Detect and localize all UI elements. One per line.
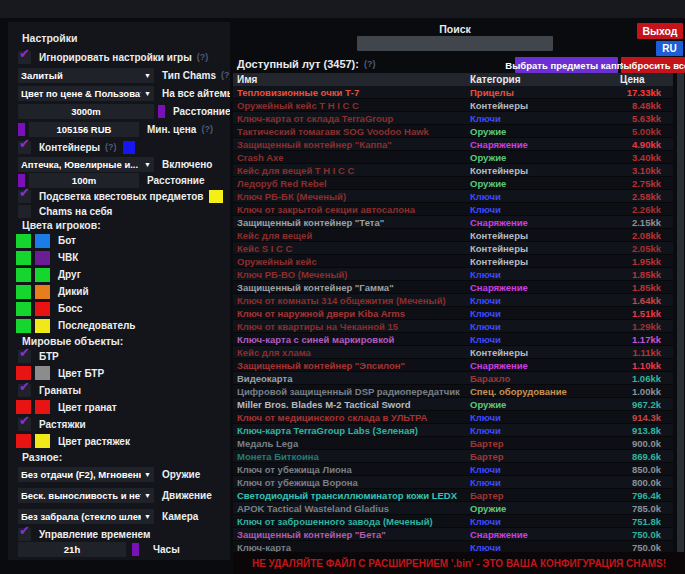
containers-distance-input[interactable]: 100m <box>29 173 139 188</box>
table-row[interactable]: Ключ от заброшенного завода (Меченый)Клю… <box>233 515 673 528</box>
table-row[interactable]: Ключ-карта с синей маркировкойКлючи1.17k… <box>233 333 673 346</box>
player-color-row: Бот <box>8 232 230 249</box>
column-header-name[interactable]: Имя <box>233 74 463 85</box>
language-button[interactable]: RU <box>656 41 683 56</box>
table-row[interactable]: Кейс для хламаКонтейнеры1.11kk <box>233 346 673 359</box>
item-name: Медаль Lega <box>233 438 463 449</box>
table-row[interactable]: Защищенный контейнер "Эпсилон"Снаряжение… <box>233 359 673 372</box>
quest-items-checkbox[interactable]: ✔ <box>18 190 31 203</box>
color-swatch[interactable] <box>35 234 50 248</box>
table-row[interactable]: Miller Bros. Blades M-2 Tactical SwordОр… <box>233 398 673 411</box>
containers-checkbox[interactable]: ✔ <box>18 141 31 154</box>
search-input[interactable] <box>357 36 553 51</box>
color-swatch[interactable] <box>35 251 50 265</box>
color-swatch[interactable] <box>35 366 50 380</box>
item-category: Снаряжение <box>463 139 615 150</box>
item-name: Ключ РБ-ВО (Меченый) <box>233 269 463 280</box>
grenades-checkbox[interactable]: ✔ <box>18 384 31 397</box>
color-swatch[interactable] <box>16 302 31 316</box>
table-row[interactable]: Светодиодный трансиллюминатор кожи LEDXБ… <box>233 489 673 502</box>
table-row[interactable]: Защищенный контейнер "Гамма"Снаряжение1.… <box>233 281 673 294</box>
color-swatch[interactable] <box>16 366 31 380</box>
table-row[interactable]: Ледоруб Red RebelОружие2.75kk <box>233 177 673 190</box>
table-row[interactable]: Кейс S I C CКонтейнеры2.05kk <box>233 242 673 255</box>
color-swatch[interactable] <box>35 400 50 414</box>
table-row[interactable]: Ключ-картаКлючи750.0k <box>233 541 673 552</box>
color-swatch[interactable] <box>16 285 31 299</box>
time-control-checkbox[interactable]: ✔ <box>18 528 31 541</box>
item-category: Ключи <box>463 542 615 553</box>
column-header-category[interactable]: Категория <box>463 74 615 85</box>
table-row[interactable]: Кейс для вещейКонтейнеры2.08kk <box>233 229 673 242</box>
movement-dropdown[interactable]: Беск. выносливость и нет уста ▼ <box>18 488 154 503</box>
containers-row: ✔ Контейнеры (?) <box>8 138 230 156</box>
color-swatch[interactable] <box>35 434 50 448</box>
color-swatch[interactable] <box>35 268 50 282</box>
ignore-game-settings-checkbox[interactable]: ✔ <box>18 51 31 64</box>
color-swatch[interactable] <box>16 400 31 414</box>
weapon-dropdown[interactable]: Без отдачи (F2), Мгновенное п ▼ <box>18 467 154 482</box>
table-row[interactable]: Медаль LegaБартер900.0k <box>233 437 673 450</box>
table-row[interactable]: Crash AxeОружие3.40kk <box>233 151 673 164</box>
table-scrollbar[interactable] <box>677 73 684 552</box>
settings-sidebar: Настройки ✔ Игнорировать настройки игры … <box>8 22 230 560</box>
min-price-color-swatch[interactable] <box>18 123 25 136</box>
min-price-input[interactable]: 105156 RUB <box>29 122 139 137</box>
containers-color-swatch[interactable] <box>123 141 135 154</box>
item-category: Ключи <box>463 113 615 124</box>
table-row[interactable]: Ключ от комнаты 314 общежития (Меченый)К… <box>233 294 673 307</box>
item-name: Ключ-карта от склада TerraGroup <box>233 113 463 124</box>
table-row[interactable]: Ключ РБ-БК (Меченый)Ключи2.58kk <box>233 190 673 203</box>
column-header-price[interactable]: Цена <box>615 74 673 85</box>
color-swatch[interactable] <box>35 302 50 316</box>
item-price: 17.33kk <box>615 87 673 98</box>
btr-checkbox[interactable]: ✔ <box>18 350 31 363</box>
drop-all-button[interactable]: Выбросить все <box>621 57 685 73</box>
table-row[interactable]: Ключ от закрытой секции автосалонаКлючи2… <box>233 203 673 216</box>
table-row[interactable]: Защищенный контейнер "Тета"Снаряжение2.1… <box>233 216 673 229</box>
color-swatch[interactable] <box>35 285 50 299</box>
table-row[interactable]: Ключ-карта от склада TerraGroupКлючи5.63… <box>233 112 673 125</box>
table-row[interactable]: Ключ от медицинского склада в УЛЬТРАКлюч… <box>233 411 673 424</box>
color-swatch[interactable] <box>35 319 50 333</box>
item-category: Ключи <box>463 308 615 319</box>
table-row[interactable]: Ключ от наружной двери Kiba ArmsКлючи1.5… <box>233 307 673 320</box>
table-row[interactable]: Тактический томагавк SOG Voodoo HawkОруж… <box>233 125 673 138</box>
hours-color-swatch[interactable] <box>132 543 139 556</box>
table-row[interactable]: Кейс для вещей T H I C CКонтейнеры3.10kk <box>233 164 673 177</box>
color-swatch[interactable] <box>16 251 31 265</box>
table-row[interactable]: Ключ от убежища ВоронаКлючи800.0k <box>233 476 673 489</box>
table-row[interactable]: Ключ от квартиры на Чеканной 15Ключи1.29… <box>233 320 673 333</box>
camera-dropdown[interactable]: Без забрала (стекло шлема) ▼ <box>18 509 154 524</box>
table-row[interactable]: Оружейный кейсКонтейнеры1.95kk <box>233 255 673 268</box>
select-kappa-items-button[interactable]: Выбрать предметы каппа <box>515 57 618 73</box>
table-row[interactable]: Ключ от убежища ЛионаКлючи850.0k <box>233 463 673 476</box>
quest-items-color-swatch[interactable] <box>209 190 223 203</box>
exit-button[interactable]: Выход <box>637 23 683 39</box>
containers-filter-dropdown[interactable]: Аптечка, Ювелирные и... ▼ <box>18 157 154 172</box>
hours-input[interactable]: 21h <box>18 542 126 557</box>
table-row[interactable]: Оружейный кейс T H I C CКонтейнеры8.48kk <box>233 99 673 112</box>
chams-type-dropdown[interactable]: Залитый ▼ <box>18 68 154 83</box>
item-price: 750.0k <box>615 542 673 553</box>
table-row[interactable]: Цифровой защищенный DSP радиопередатчикС… <box>233 385 673 398</box>
distance-input[interactable]: 3000m <box>18 104 154 119</box>
dropdown-value: Аптечка, Ювелирные и... <box>18 159 141 170</box>
item-price: 2.26kk <box>615 204 673 215</box>
all-items-dropdown[interactable]: Цвет по цене & Пользователь ▼ <box>18 86 154 101</box>
table-row[interactable]: Монета БиткоинаБартер869.6k <box>233 450 673 463</box>
color-swatch[interactable] <box>16 319 31 333</box>
table-row[interactable]: Защищенный контейнер "Каппа"Снаряжение4.… <box>233 138 673 151</box>
distance-color-swatch[interactable] <box>158 105 165 118</box>
color-swatch[interactable] <box>16 268 31 282</box>
table-row[interactable]: Защищенный контейнер "Бета"Снаряжение750… <box>233 528 673 541</box>
table-row[interactable]: Ключ РБ-ВО (Меченый)Ключи1.85kk <box>233 268 673 281</box>
color-swatch[interactable] <box>16 234 31 248</box>
table-row[interactable]: APOK Tactical Wasteland GladiusОружие785… <box>233 502 673 515</box>
table-row[interactable]: ВидеокартаБарахло1.06kk <box>233 372 673 385</box>
color-swatch[interactable] <box>16 434 31 448</box>
table-row[interactable]: Тепловизионные очки Т-7Прицелы17.33kk <box>233 86 673 99</box>
chams-self-checkbox[interactable] <box>18 205 31 218</box>
tripwires-checkbox[interactable]: ✔ <box>18 418 31 431</box>
table-row[interactable]: Ключ-карта TerraGroup Labs (Зеленая)Ключ… <box>233 424 673 437</box>
